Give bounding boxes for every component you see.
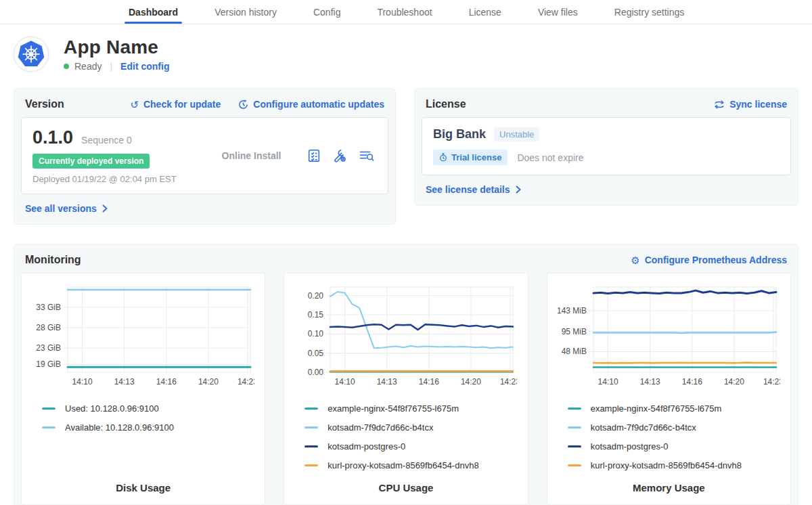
legend-label: example-nginx-54f8f76755-l675m xyxy=(591,403,722,414)
svg-text:33 GiB: 33 GiB xyxy=(36,303,61,312)
app-status: Ready xyxy=(74,61,102,72)
legend-label: kotsadm-7f9dc7d66c-b4tcx xyxy=(328,422,433,433)
cards-row: Version ↺ Check for update Configure aut… xyxy=(14,88,798,225)
svg-text:14:13: 14:13 xyxy=(639,377,660,387)
chevron-right-icon xyxy=(102,204,108,213)
view-diff-button[interactable] xyxy=(358,148,374,163)
legend-item-kurl-proxy-kotsadm-8569fb6454-dnvh8: kurl-proxy-kotsadm-8569fb6454-dnvh8 xyxy=(568,460,785,470)
schedule-icon xyxy=(238,100,248,110)
legend-dash-icon xyxy=(42,408,55,410)
legend-label: Used: 10.128.0.96:9100 xyxy=(65,403,159,414)
chart-card-disk-usage: 33 GiB28 GiB23 GiB19 GiB14:1014:1314:161… xyxy=(21,273,265,505)
svg-text:14:20: 14:20 xyxy=(461,377,481,387)
wrench-gear-icon xyxy=(332,148,347,163)
svg-text:14:23: 14:23 xyxy=(500,377,517,387)
svg-text:19 GiB: 19 GiB xyxy=(36,359,61,369)
tab-license[interactable]: License xyxy=(469,0,501,24)
deployed-status-badge: Currently deployed version xyxy=(32,154,150,169)
configure-automatic-updates-button[interactable]: Configure automatic updates xyxy=(238,99,384,110)
svg-text:0.10: 0.10 xyxy=(308,329,324,338)
svg-text:28 GiB: 28 GiB xyxy=(36,323,61,332)
license-expiry: Does not expire xyxy=(517,152,583,163)
svg-text:14:13: 14:13 xyxy=(114,377,135,387)
chart-title-disk-usage: Disk Usage xyxy=(27,471,259,493)
svg-text:0.15: 0.15 xyxy=(308,310,324,320)
sync-license-label: Sync license xyxy=(729,99,787,110)
tab-troubleshoot[interactable]: Troubleshoot xyxy=(377,0,432,24)
tab-registry-settings[interactable]: Registry settings xyxy=(614,0,684,24)
see-license-details-link[interactable]: See license details xyxy=(426,184,521,195)
version-panel-title: Version xyxy=(25,98,64,110)
check-update-label: Check for update xyxy=(143,99,221,110)
current-version-card: 0.1.0 Sequence 0 Currently deployed vers… xyxy=(21,117,388,194)
chart-plot-memory-usage: 143 MiB95 MiB48 MiB14:1014:1314:1614:201… xyxy=(553,282,780,397)
legend-dash-icon xyxy=(568,408,581,410)
svg-text:0.20: 0.20 xyxy=(308,291,324,301)
see-license-details-label: See license details xyxy=(426,184,510,195)
install-type-label: Online Install xyxy=(196,150,307,161)
divider: | xyxy=(107,61,115,72)
edit-config-button[interactable] xyxy=(332,148,347,163)
edit-config-link[interactable]: Edit config xyxy=(120,61,169,72)
charts-row: 33 GiB28 GiB23 GiB19 GiB14:1014:1314:161… xyxy=(14,273,798,505)
legend-dash-icon xyxy=(304,464,318,466)
chart-legend: example-nginx-54f8f76755-l675mkotsadm-7f… xyxy=(290,397,522,470)
license-type-badge: Trial license xyxy=(433,150,508,165)
legend-label: kurl-proxy-kotsadm-8569fb6454-dnvh8 xyxy=(591,460,742,470)
legend-dash-icon xyxy=(42,426,55,429)
configure-prometheus-label: Configure Prometheus Address xyxy=(645,255,787,265)
legend-label: kotsadm-postgres-0 xyxy=(591,441,669,452)
svg-text:14:13: 14:13 xyxy=(377,377,397,387)
tab-dashboard[interactable]: Dashboard xyxy=(129,0,178,24)
refresh-icon: ↺ xyxy=(130,100,139,110)
app-title: App Name xyxy=(64,37,169,58)
tab-version-history[interactable]: Version history xyxy=(215,0,277,24)
monitoring-panel: Monitoring ⚙ Configure Prometheus Addres… xyxy=(14,244,798,505)
auto-updates-label: Configure automatic updates xyxy=(253,99,384,110)
svg-text:95 MiB: 95 MiB xyxy=(561,327,586,336)
kubernetes-icon xyxy=(17,40,45,68)
legend-dash-icon xyxy=(568,464,581,466)
ready-status-dot xyxy=(64,64,69,69)
license-type-label: Trial license xyxy=(451,152,501,162)
svg-text:48 MiB: 48 MiB xyxy=(561,347,586,356)
app-logo xyxy=(14,37,49,72)
svg-text:0.00: 0.00 xyxy=(308,368,324,377)
legend-label: kotsadm-postgres-0 xyxy=(328,441,405,452)
legend-item-example-nginx-54f8f76755-l675m: example-nginx-54f8f76755-l675m xyxy=(304,403,522,414)
page-body: App Name Ready | Edit config Version ↺ C… xyxy=(0,37,812,505)
see-all-versions-link[interactable]: See all versions xyxy=(25,203,108,214)
svg-text:14:16: 14:16 xyxy=(419,377,439,387)
chart-plot-disk-usage: 33 GiB28 GiB23 GiB19 GiB14:1014:1314:161… xyxy=(27,282,254,397)
legend-item-available-10-128-0-96-9100: Available: 10.128.0.96:9100 xyxy=(42,422,259,433)
legend-item-kotsadm-7f9dc7d66c-b4tcx: kotsadm-7f9dc7d66c-b4tcx xyxy=(568,422,785,433)
svg-text:14:10: 14:10 xyxy=(72,377,93,387)
svg-text:143 MiB: 143 MiB xyxy=(557,306,587,315)
version-number: 0.1.0 xyxy=(32,127,73,148)
legend-item-used-10-128-0-96-9100: Used: 10.128.0.96:9100 xyxy=(42,403,259,414)
deployed-timestamp: Deployed 01/19/22 @ 02:04 pm EST xyxy=(32,174,196,184)
channel-badge: Unstable xyxy=(494,127,539,141)
svg-text:14:23: 14:23 xyxy=(763,377,780,387)
legend-dash-icon xyxy=(568,445,581,447)
license-name: Big Bank xyxy=(433,127,486,141)
sync-license-button[interactable]: Sync license xyxy=(714,99,787,110)
svg-text:14:16: 14:16 xyxy=(681,377,702,387)
tab-config[interactable]: Config xyxy=(313,0,340,24)
tab-view-files[interactable]: View files xyxy=(538,0,578,24)
legend-dash-icon xyxy=(304,408,318,410)
configure-prometheus-button[interactable]: ⚙ Configure Prometheus Address xyxy=(631,255,787,265)
check-for-update-button[interactable]: ↺ Check for update xyxy=(130,99,221,110)
edit-config-label: Edit config xyxy=(120,61,169,72)
preflight-checks-button[interactable] xyxy=(307,148,321,163)
chart-card-cpu-usage: 0.200.150.100.050.0014:1014:1314:1614:20… xyxy=(284,273,528,505)
legend-item-kurl-proxy-kotsadm-8569fb6454-dnvh8: kurl-proxy-kotsadm-8569fb6454-dnvh8 xyxy=(304,460,522,470)
top-nav: DashboardVersion historyConfigTroublesho… xyxy=(0,0,812,24)
svg-text:23 GiB: 23 GiB xyxy=(36,343,61,353)
svg-text:0.05: 0.05 xyxy=(308,349,324,358)
chart-title-cpu-usage: CPU Usage xyxy=(290,471,522,493)
legend-label: kurl-proxy-kotsadm-8569fb6454-dnvh8 xyxy=(328,460,478,470)
license-panel: License Sync license Big Bank Unstable xyxy=(414,88,798,206)
svg-text:14:20: 14:20 xyxy=(724,377,744,387)
legend-label: Available: 10.128.0.96:9100 xyxy=(65,422,174,433)
